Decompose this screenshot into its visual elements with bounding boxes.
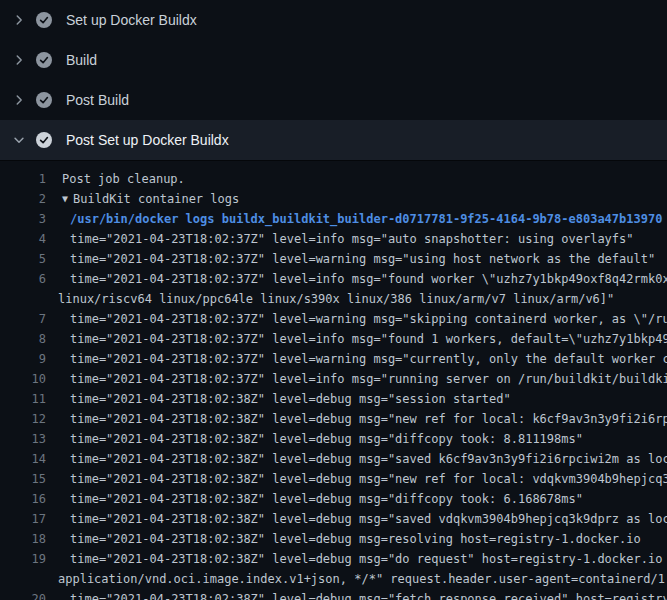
steps-list: Set up Docker BuildxBuildPost BuildPost …	[0, 0, 667, 161]
line-number[interactable]: 12	[0, 409, 46, 429]
check-circle-icon	[36, 12, 52, 28]
log-text: time="2021-04-23T18:02:38Z" level=debug …	[46, 549, 667, 569]
log-line: 11time="2021-04-23T18:02:38Z" level=debu…	[0, 389, 667, 409]
log-text: time="2021-04-23T18:02:37Z" level=warnin…	[46, 349, 667, 369]
log-text: time="2021-04-23T18:02:38Z" level=debug …	[46, 509, 667, 529]
log-text: time="2021-04-23T18:02:37Z" level=info m…	[46, 229, 634, 249]
log-text: linux/riscv64 linux/ppc64le linux/s390x …	[0, 289, 614, 309]
collapse-triangle-icon[interactable]: ▼	[62, 189, 68, 209]
line-number[interactable]: 11	[0, 389, 46, 409]
line-number[interactable]: 2	[0, 189, 46, 209]
log-line: 8time="2021-04-23T18:02:37Z" level=info …	[0, 329, 667, 349]
chevron-right-icon[interactable]	[10, 13, 28, 27]
line-number[interactable]: 8	[0, 329, 46, 349]
chevron-down-icon[interactable]	[10, 133, 28, 147]
step-title: Post Set up Docker Buildx	[66, 132, 229, 148]
line-number[interactable]: 9	[0, 349, 46, 369]
log-line: application/vnd.oci.image.index.v1+json,…	[0, 569, 667, 589]
log-line: 3/usr/bin/docker logs buildx_buildkit_bu…	[0, 209, 667, 229]
log-text: application/vnd.oci.image.index.v1+json,…	[0, 569, 667, 589]
log-line: 20time="2021-04-23T18:02:38Z" level=debu…	[0, 589, 667, 600]
line-number[interactable]: 16	[0, 489, 46, 509]
log-line: 17time="2021-04-23T18:02:38Z" level=debu…	[0, 509, 667, 529]
log-text: time="2021-04-23T18:02:38Z" level=debug …	[46, 469, 667, 489]
log-text: time="2021-04-23T18:02:37Z" level=info m…	[46, 329, 667, 349]
line-number[interactable]: 6	[0, 269, 46, 289]
line-number[interactable]: 17	[0, 509, 46, 529]
log-line: 7time="2021-04-23T18:02:37Z" level=warni…	[0, 309, 667, 329]
log-line: 5time="2021-04-23T18:02:37Z" level=warni…	[0, 249, 667, 269]
log-line: 18time="2021-04-23T18:02:38Z" level=debu…	[0, 529, 667, 549]
step-title: Set up Docker Buildx	[66, 12, 197, 28]
log-line: 16time="2021-04-23T18:02:38Z" level=debu…	[0, 489, 667, 509]
line-number[interactable]: 5	[0, 249, 46, 269]
line-number[interactable]: 1	[0, 169, 46, 189]
log-line: 15time="2021-04-23T18:02:38Z" level=debu…	[0, 469, 667, 489]
log-line: 14time="2021-04-23T18:02:38Z" level=debu…	[0, 449, 667, 469]
log-line: 13time="2021-04-23T18:02:38Z" level=debu…	[0, 429, 667, 449]
line-number[interactable]: 10	[0, 369, 46, 389]
workflow-log-panel: Set up Docker BuildxBuildPost BuildPost …	[0, 0, 667, 600]
step-row[interactable]: Set up Docker Buildx	[0, 0, 667, 40]
line-number[interactable]: 19	[0, 549, 46, 569]
step-title: Build	[66, 52, 97, 68]
log-text: time="2021-04-23T18:02:38Z" level=debug …	[46, 429, 583, 449]
step-row[interactable]: Post Build	[0, 80, 667, 120]
line-number[interactable]: 18	[0, 529, 46, 549]
line-number[interactable]: 15	[0, 469, 46, 489]
check-circle-icon	[36, 92, 52, 108]
line-number[interactable]: 3	[0, 209, 46, 229]
check-circle-icon	[36, 52, 52, 68]
line-number[interactable]: 4	[0, 229, 46, 249]
log-line: linux/riscv64 linux/ppc64le linux/s390x …	[0, 289, 667, 309]
line-number[interactable]: 14	[0, 449, 46, 469]
check-circle-icon	[36, 132, 52, 148]
log-text: /usr/bin/docker logs buildx_buildkit_bui…	[46, 209, 662, 229]
step-row[interactable]: Post Set up Docker Buildx	[0, 120, 667, 161]
chevron-right-icon[interactable]	[10, 93, 28, 107]
log-text: time="2021-04-23T18:02:37Z" level=info m…	[46, 369, 667, 389]
log-line: 2▼BuildKit container logs	[0, 189, 667, 209]
log-line: 1Post job cleanup.	[0, 169, 667, 189]
log-text: Post job cleanup.	[46, 169, 185, 189]
log-text: time="2021-04-23T18:02:37Z" level=warnin…	[46, 309, 667, 329]
log-text: time="2021-04-23T18:02:37Z" level=info m…	[46, 269, 667, 289]
log-text[interactable]: ▼BuildKit container logs	[46, 189, 239, 209]
line-number[interactable]: 7	[0, 309, 46, 329]
log-text: time="2021-04-23T18:02:38Z" level=debug …	[46, 529, 641, 549]
line-number[interactable]: 20	[0, 589, 46, 600]
log-line: 19time="2021-04-23T18:02:38Z" level=debu…	[0, 549, 667, 569]
log-text: time="2021-04-23T18:02:37Z" level=warnin…	[46, 249, 655, 269]
log-text: time="2021-04-23T18:02:38Z" level=debug …	[46, 409, 667, 429]
log-text: time="2021-04-23T18:02:38Z" level=debug …	[46, 449, 667, 469]
line-number[interactable]: 13	[0, 429, 46, 449]
chevron-right-icon[interactable]	[10, 53, 28, 67]
log-text: time="2021-04-23T18:02:38Z" level=debug …	[46, 589, 667, 600]
log-line: 12time="2021-04-23T18:02:38Z" level=debu…	[0, 409, 667, 429]
log-text: time="2021-04-23T18:02:38Z" level=debug …	[46, 489, 583, 509]
log-line: 6time="2021-04-23T18:02:37Z" level=info …	[0, 269, 667, 289]
log-line: 10time="2021-04-23T18:02:37Z" level=info…	[0, 369, 667, 389]
step-row[interactable]: Build	[0, 40, 667, 80]
log-group-label: BuildKit container logs	[73, 192, 239, 206]
log-line: 9time="2021-04-23T18:02:37Z" level=warni…	[0, 349, 667, 369]
log-text: time="2021-04-23T18:02:38Z" level=debug …	[46, 389, 511, 409]
log-output: 1Post job cleanup.2▼BuildKit container l…	[0, 161, 667, 600]
log-line: 4time="2021-04-23T18:02:37Z" level=info …	[0, 229, 667, 249]
step-title: Post Build	[66, 92, 129, 108]
